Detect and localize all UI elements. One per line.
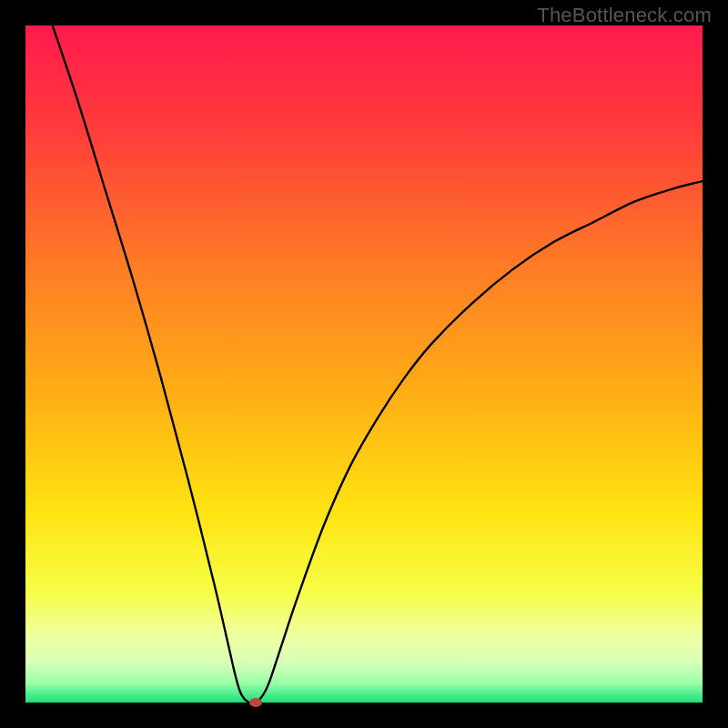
chart-stage: TheBottleneck.com bbox=[0, 0, 728, 728]
watermark-text: TheBottleneck.com bbox=[537, 4, 712, 27]
minimum-marker-dot bbox=[249, 698, 262, 707]
gradient-background bbox=[25, 25, 703, 703]
svg-rect-0 bbox=[25, 25, 703, 703]
